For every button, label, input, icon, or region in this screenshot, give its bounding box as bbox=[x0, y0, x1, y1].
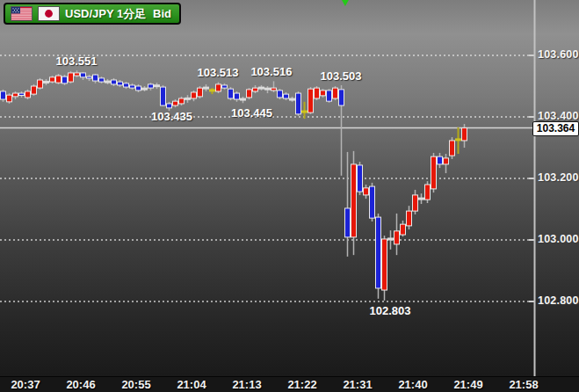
candle-body-up bbox=[271, 88, 277, 91]
candle-body-up bbox=[401, 224, 406, 235]
doji-bar bbox=[203, 87, 209, 90]
y-axis-label: 103.200 bbox=[538, 171, 578, 184]
price-annotation: 103.435 bbox=[151, 110, 192, 123]
jp-flag-icon bbox=[38, 6, 60, 21]
candle-body-down bbox=[99, 78, 105, 82]
doji-bar bbox=[240, 98, 246, 101]
candle-body-up bbox=[450, 141, 455, 156]
candle-body-down bbox=[81, 73, 86, 77]
candle-body-up bbox=[173, 101, 178, 105]
candle-body-down bbox=[112, 80, 117, 84]
trading-chart-window: 103.551103.435103.513103.445103.516103.5… bbox=[0, 0, 579, 392]
candle-body-down bbox=[62, 76, 68, 83]
pair-timeframe-label: USD/JPY 1分足 bbox=[65, 6, 146, 22]
time-axis-label: 20:55 bbox=[121, 378, 150, 391]
candle-body-down bbox=[130, 85, 135, 88]
candle-body-up bbox=[216, 84, 221, 91]
us-flag-icon bbox=[11, 6, 33, 21]
candle-body-down bbox=[161, 87, 166, 105]
time-axis-label: 21:13 bbox=[232, 378, 261, 391]
doji-bar bbox=[301, 111, 308, 113]
candle-body-down bbox=[327, 91, 332, 101]
candle-body-up bbox=[364, 188, 369, 195]
candle-body-up bbox=[462, 128, 467, 141]
candle-body-up bbox=[38, 80, 43, 88]
alert-marker-icon bbox=[342, 0, 349, 6]
y-axis-label: 103.000 bbox=[538, 233, 578, 245]
candle-body-down bbox=[370, 186, 375, 218]
candle-body-up bbox=[179, 98, 185, 104]
candle-body-up bbox=[69, 73, 74, 82]
price-annotation: 103.513 bbox=[198, 66, 239, 79]
doji-bar bbox=[209, 89, 215, 91]
candle-body-down bbox=[228, 89, 234, 98]
candle-body-up bbox=[13, 93, 18, 97]
candle-body-up bbox=[7, 95, 12, 102]
price-annotation: 103.503 bbox=[321, 69, 362, 83]
candle-body-up bbox=[32, 86, 37, 94]
time-axis-label: 20:37 bbox=[11, 378, 40, 391]
candle-body-down bbox=[376, 217, 381, 288]
candle-body-up bbox=[394, 231, 400, 244]
candle-body-up bbox=[333, 88, 338, 98]
candle-body-up bbox=[308, 89, 314, 113]
candle-body-up bbox=[247, 90, 252, 98]
candle-body-up bbox=[253, 88, 258, 91]
candle-body-down bbox=[93, 75, 98, 81]
doji-bar bbox=[43, 81, 49, 83]
candle-body-down bbox=[278, 91, 283, 98]
time-axis-label: 21:22 bbox=[287, 378, 316, 391]
candle-body-up bbox=[56, 76, 62, 83]
candle-body-down bbox=[148, 84, 154, 88]
candle-body-down bbox=[296, 93, 301, 114]
candle-body-up bbox=[382, 239, 387, 290]
candle-body-down bbox=[87, 76, 92, 78]
candle-body-up bbox=[50, 77, 55, 82]
doji-bar bbox=[264, 88, 271, 91]
time-axis-label: 21:49 bbox=[453, 378, 482, 391]
candle-body-up bbox=[315, 88, 320, 98]
candle-body-down bbox=[358, 165, 363, 192]
doji-bar bbox=[105, 81, 111, 83]
candle-body-down bbox=[136, 86, 141, 91]
candle-body-up bbox=[321, 91, 326, 96]
candle-body-down bbox=[124, 83, 129, 87]
y-axis-label: 103.600 bbox=[538, 48, 578, 61]
candle-body-up bbox=[198, 88, 203, 97]
candle-body-down bbox=[1, 91, 6, 99]
time-axis-label: 21:31 bbox=[343, 378, 372, 391]
symbol-tab[interactable]: USD/JPY 1分足 Bid bbox=[4, 3, 181, 25]
candle-body-down bbox=[167, 104, 172, 108]
candle-body-down bbox=[438, 156, 443, 164]
price-type-label: Bid bbox=[153, 7, 171, 20]
candle-body-down bbox=[118, 82, 123, 85]
candle-body-up bbox=[413, 195, 418, 211]
doji-bar bbox=[418, 198, 424, 200]
doji-bar bbox=[154, 84, 160, 87]
current-price-badge: 103.364 bbox=[532, 121, 579, 136]
price-annotation: 103.445 bbox=[231, 106, 272, 120]
doji-bar bbox=[258, 87, 264, 90]
candle-body-down bbox=[345, 208, 351, 237]
candle-body-up bbox=[192, 92, 197, 98]
candle-body-down bbox=[19, 93, 25, 95]
doji-bar bbox=[185, 98, 191, 100]
price-annotation: 103.551 bbox=[56, 54, 98, 68]
time-axis: 20:3720:4620:5521:0421:1321:2221:3121:40… bbox=[0, 376, 579, 392]
candle-body-up bbox=[75, 73, 80, 76]
time-axis-label: 20:46 bbox=[66, 378, 95, 391]
candle-body-up bbox=[25, 91, 31, 98]
candle-body-up bbox=[407, 211, 412, 226]
y-axis-label: 102.800 bbox=[538, 294, 578, 307]
candle-body-up bbox=[351, 164, 357, 237]
doji-bar bbox=[141, 88, 148, 91]
time-axis-label: 21:58 bbox=[509, 378, 538, 391]
time-axis-label: 21:40 bbox=[398, 378, 427, 391]
candle-body-down bbox=[284, 94, 289, 98]
candle-body-down bbox=[222, 85, 228, 88]
candle-body-up bbox=[431, 156, 437, 189]
candle-body-down bbox=[339, 90, 344, 105]
time-axis-label: 21:04 bbox=[177, 378, 206, 391]
doji-bar bbox=[289, 98, 295, 101]
candle-body-up bbox=[425, 185, 431, 200]
